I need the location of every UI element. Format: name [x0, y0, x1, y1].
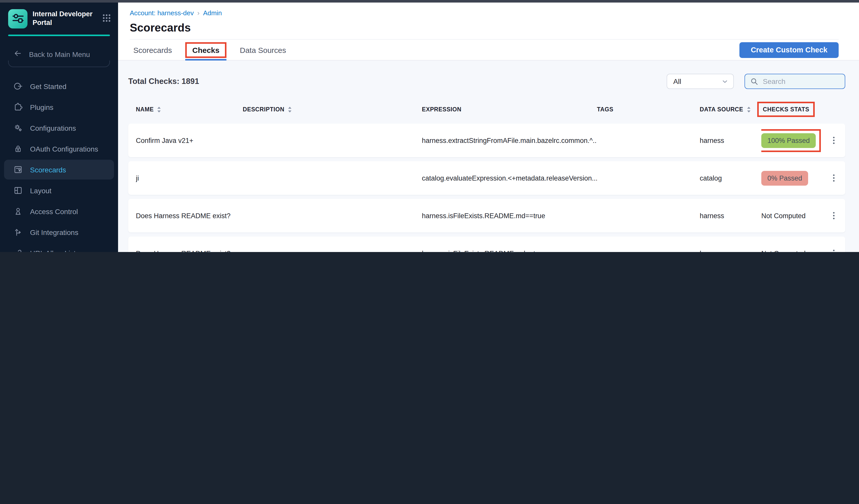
row-checks-stats: 100% Passed — [761, 129, 827, 152]
arrow-left-icon — [13, 49, 22, 60]
table-row: Confirm Java v21+harness.extractStringFr… — [128, 124, 845, 157]
sidebar-item-label: Get Started — [30, 82, 66, 90]
sidebar-item-url-allow-list[interactable]: URL Allow List — [4, 243, 114, 252]
sort-icon[interactable] — [746, 106, 751, 113]
browser-top-strip — [0, 0, 859, 2]
tab-scorecards[interactable]: Scorecards — [133, 40, 172, 60]
row-kebab-menu-icon[interactable] — [828, 247, 839, 252]
back-label: Back to Main Menu — [29, 50, 90, 58]
sidebar-item-access-control[interactable]: Access Control — [4, 201, 114, 221]
row-kebab-menu-icon[interactable] — [828, 171, 839, 185]
column-header-tags: TAGS — [597, 106, 700, 112]
page-header: Account: harness-dev › Admin Scorecards … — [118, 2, 859, 61]
row-data-source: catalog — [700, 174, 761, 182]
toolbar: Total Checks: 1891 All — [128, 61, 845, 89]
scorecards-icon — [13, 165, 23, 174]
table-body: Confirm Java v21+harness.extractStringFr… — [128, 124, 845, 252]
sidebar-nav: Get StartedPluginsConfigurationsOAuth Co… — [0, 70, 118, 252]
sidebar-item-label: Plugins — [30, 103, 54, 111]
breadcrumb-account-link[interactable]: Account: harness-dev — [130, 9, 194, 17]
brand-header: Internal Developer Portal — [0, 2, 118, 34]
back-to-main-menu[interactable]: Back to Main Menu — [0, 36, 118, 61]
sidebar-item-configurations[interactable]: Configurations — [4, 118, 114, 138]
row-expression: harness.isFileExists.README.md==true — [422, 212, 597, 219]
sidebar-item-label: Configurations — [30, 124, 76, 132]
content: Total Checks: 1891 All NAMEDESCRIPTIONEX… — [118, 61, 859, 252]
breadcrumb: Account: harness-dev › Admin — [130, 9, 839, 17]
plugins-icon — [13, 102, 23, 112]
row-data-source: harness — [700, 137, 761, 144]
main-area: Account: harness-dev › Admin Scorecards … — [118, 2, 859, 252]
row-data-source: harness — [700, 212, 761, 219]
search-input[interactable] — [762, 77, 840, 86]
table-header: NAMEDESCRIPTIONEXPRESSIONTAGSDATA SOURCE… — [128, 101, 845, 118]
apps-grid-icon[interactable] — [102, 14, 111, 24]
sidebar-item-label: Layout — [30, 186, 51, 195]
row-expression: harness.isFileExists.README.md==true — [422, 249, 597, 252]
breadcrumb-admin-link[interactable]: Admin — [203, 9, 222, 17]
search-icon — [750, 77, 758, 86]
row-name: Confirm Java v21+ — [136, 137, 243, 144]
page-title: Scorecards — [130, 21, 839, 34]
sidebar-item-label: URL Allow List — [30, 249, 76, 252]
table-row: Does Harness README exist?harness.isFile… — [128, 236, 845, 252]
sidebar-item-get-started[interactable]: Get Started — [4, 76, 114, 96]
table-row: jicatalog.evaluateExpression.<+metadata.… — [128, 161, 845, 195]
row-name: Does Harness README exist? — [136, 249, 243, 252]
sidebar-item-label: OAuth Configurations — [30, 145, 98, 153]
git-integrations-icon — [13, 227, 23, 237]
sidebar-item-label: Scorecards — [30, 166, 66, 174]
url-allow-list-icon — [13, 248, 23, 252]
oauth-icon — [13, 144, 23, 154]
app-window: Internal Developer Portal Back to Main M… — [0, 0, 859, 252]
sort-icon[interactable] — [287, 106, 292, 113]
total-checks-count: Total Checks: 1891 — [128, 77, 199, 86]
annotation-rectangle: Checks — [185, 42, 227, 58]
filter-value: All — [673, 77, 681, 86]
tab-checks[interactable]: Checks — [185, 40, 227, 60]
sidebar-item-plugins[interactable]: Plugins — [4, 97, 114, 117]
sidebar-item-scorecards[interactable]: Scorecards — [4, 160, 114, 180]
annotation-rectangle: 100% Passed — [761, 129, 821, 152]
column-header-expression: EXPRESSION — [422, 106, 597, 112]
layout-icon — [13, 186, 23, 195]
idp-logo-icon — [8, 9, 28, 29]
sidebar-item-git-integrations[interactable]: Git Integrations — [4, 222, 114, 242]
chevron-down-icon — [722, 78, 728, 85]
row-checks-stats: 0% Passed — [761, 171, 827, 185]
brand-title: Internal Developer Portal — [33, 10, 97, 28]
sidebar-item-label: Git Integrations — [30, 228, 78, 236]
sidebar-item-label: Access Control — [30, 207, 78, 215]
tabs: ScorecardsChecksData Sources — [133, 40, 286, 60]
filter-dropdown[interactable]: All — [667, 74, 734, 89]
access-control-icon — [13, 207, 23, 216]
tabs-row: ScorecardsChecksData Sources Create Cust… — [130, 39, 839, 60]
create-custom-check-button[interactable]: Create Custom Check — [740, 42, 839, 58]
configurations-icon — [13, 123, 23, 133]
section-divider — [8, 61, 110, 67]
column-header-name[interactable]: NAME — [136, 106, 243, 113]
sidebar-item-oauth-configurations[interactable]: OAuth Configurations — [4, 139, 114, 159]
search-box — [744, 74, 845, 89]
breadcrumb-separator: › — [197, 9, 199, 17]
column-header-checks-stats: CHECKS STATS — [761, 102, 827, 117]
row-data-source: harness — [700, 249, 761, 252]
status-badge: 0% Passed — [761, 171, 808, 185]
row-kebab-menu-icon[interactable] — [828, 209, 839, 222]
table-row: Does Harness README exist?harness.isFile… — [128, 199, 845, 232]
get-started-icon — [13, 81, 23, 91]
row-expression: harness.extractStringFromAFile.main.baze… — [422, 137, 597, 144]
sidebar-item-layout[interactable]: Layout — [4, 181, 114, 200]
row-kebab-menu-icon[interactable] — [828, 134, 839, 147]
tab-data-sources[interactable]: Data Sources — [240, 40, 286, 60]
row-name: Does Harness README exist? — [136, 212, 243, 219]
sort-icon[interactable] — [157, 106, 161, 113]
column-header-data-source[interactable]: DATA SOURCE — [700, 106, 761, 113]
stats-text: Not Computed — [761, 212, 805, 219]
row-checks-stats: Not Computed — [761, 212, 827, 219]
sidebar: Internal Developer Portal Back to Main M… — [0, 0, 118, 252]
column-header-description[interactable]: DESCRIPTION — [243, 106, 422, 113]
row-name: ji — [136, 174, 243, 182]
row-expression: catalog.evaluateExpression.<+metadata.re… — [422, 174, 597, 182]
stats-text: Not Computed — [761, 249, 805, 252]
